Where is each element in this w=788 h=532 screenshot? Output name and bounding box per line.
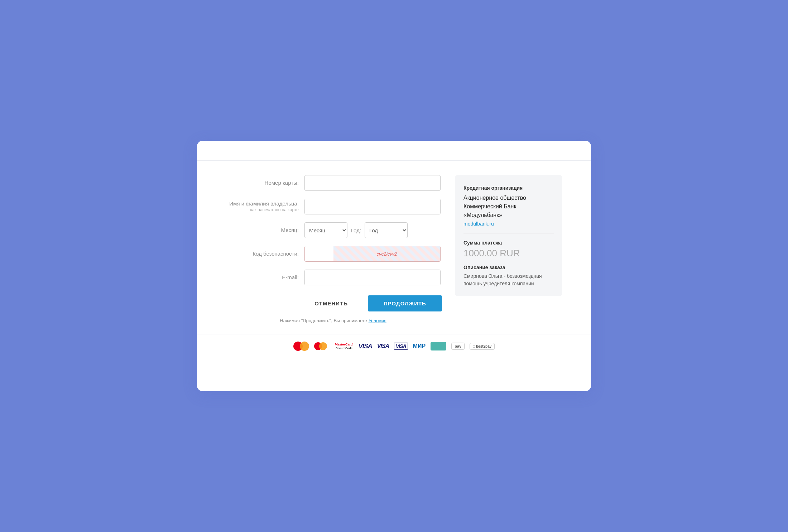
- year-label: Год:: [351, 227, 361, 233]
- mastercard-icon: [293, 341, 309, 352]
- form-section: Номер карты: Имя и фамилия владельца: ка…: [226, 175, 441, 323]
- terms-text: Нажимая "Продолжить", Вы принимаете: [280, 318, 367, 323]
- cvc-row: Код безопасности: cvc2/cvv2: [226, 246, 441, 262]
- owner-input[interactable]: [304, 199, 441, 214]
- org-link[interactable]: modulbank.ru: [463, 221, 494, 227]
- cvc-hint: cvc2/cvv2: [333, 246, 440, 261]
- amount-value: 1000.00 RUR: [463, 248, 554, 259]
- visa3-icon: VISA: [394, 341, 408, 352]
- green-oval-icon: [431, 341, 446, 352]
- email-input[interactable]: [304, 270, 441, 285]
- visa-icon: VISA: [359, 341, 372, 352]
- org-label: Кредитная организация: [463, 185, 554, 191]
- pay-icon: pay: [451, 341, 465, 352]
- visa2-icon: VISA: [377, 341, 389, 352]
- owner-row: Имя и фамилия владельца: как напечатано …: [226, 199, 441, 214]
- payment-card: Номер карты: Имя и фамилия владельца: ка…: [197, 141, 591, 391]
- top-bar: [197, 141, 591, 161]
- owner-label: Имя и фамилия владельца: как напечатано …: [226, 200, 304, 213]
- month-label: Месяц:: [226, 227, 304, 234]
- info-panel: Кредитная организация Акционерное общест…: [455, 175, 562, 296]
- year-select[interactable]: Год 202420252026 202720282029 2030: [365, 222, 408, 238]
- amount-label: Сумма платежа: [463, 240, 554, 246]
- order-desc: Смирнова Ольга - безвозмездная помощь уч…: [463, 272, 554, 287]
- terms-link[interactable]: Условия: [369, 318, 386, 323]
- card-number-input[interactable]: [304, 175, 441, 191]
- terms-row: Нажимая "Продолжить", Вы принимаете Усло…: [226, 318, 441, 323]
- cvc-input[interactable]: [305, 246, 333, 261]
- cancel-button[interactable]: ОТМЕНИТЬ: [303, 295, 359, 311]
- mastercard-securecode-icon: MasterCard. SecureCode: [335, 341, 354, 352]
- cvc-label: Код безопасности:: [226, 250, 304, 257]
- continue-button[interactable]: ПРОДОЛЖИТЬ: [368, 295, 442, 311]
- button-row: ОТМЕНИТЬ ПРОДОЛЖИТЬ: [226, 295, 441, 311]
- cvc-wrapper: cvc2/cvv2: [304, 246, 441, 262]
- month-year-group: Месяц 010203 040506 070809 101112 Год: Г…: [304, 222, 441, 238]
- org-name: Акционерное общество Коммерческий Банк «…: [463, 194, 554, 219]
- email-row: E-mail:: [226, 270, 441, 285]
- order-label: Описание заказа: [463, 265, 554, 270]
- month-select[interactable]: Месяц 010203 040506 070809 101112: [304, 222, 347, 238]
- mir-icon: МИР: [413, 341, 426, 352]
- payment-icons-bar: MasterCard. SecureCode VISA VISA VISA МИ…: [197, 334, 591, 358]
- card-number-label: Номер карты:: [226, 179, 304, 187]
- month-year-row: Месяц: Месяц 010203 040506 070809 101112…: [226, 222, 441, 238]
- main-content: Номер карты: Имя и фамилия владельца: ка…: [197, 161, 591, 334]
- mastercard2-icon: [314, 341, 330, 352]
- card-number-row: Номер карты:: [226, 175, 441, 191]
- email-label: E-mail:: [226, 274, 304, 281]
- best2pay-icon: □ best2pay: [470, 341, 495, 352]
- info-divider: [463, 233, 554, 233]
